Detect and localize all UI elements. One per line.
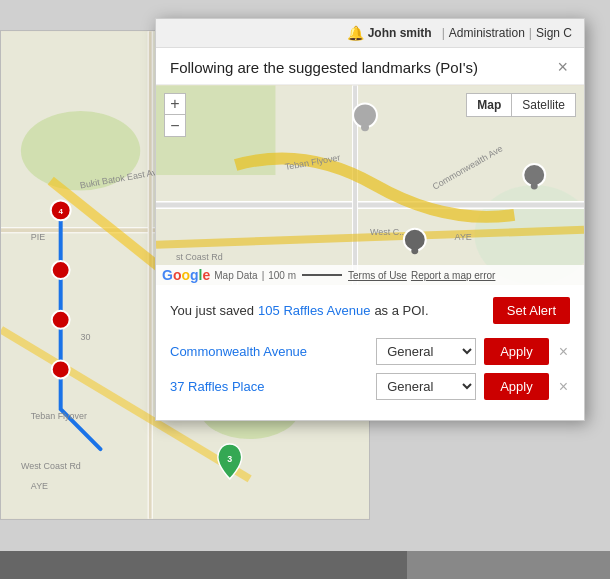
dialog-body: You just saved 105 Raffles Avenue as a P… (156, 285, 584, 420)
dialog-map: Commonwealth Ave Teban Flyover AYE st Co… (156, 85, 584, 285)
landmark-name-0: Commonwealth Avenue (170, 344, 368, 359)
svg-text:3: 3 (227, 454, 232, 464)
svg-text:PIE: PIE (31, 232, 45, 242)
save-text-suffix: as a POI. (374, 303, 428, 318)
landmark-close-button-0[interactable]: × (557, 343, 570, 361)
signout-link[interactable]: Sign C (536, 26, 572, 40)
svg-point-40 (411, 247, 418, 254)
bottom-bar-left (0, 551, 407, 579)
svg-text:AYE: AYE (31, 481, 48, 491)
svg-point-11 (52, 261, 70, 279)
satellite-view-button[interactable]: Satellite (512, 94, 575, 116)
svg-text:Teban Flyover: Teban Flyover (31, 411, 87, 421)
landmark-name-1: 37 Raffles Place (170, 379, 368, 394)
zoom-in-button[interactable]: + (164, 93, 186, 115)
dialog-close-button[interactable]: × (555, 58, 570, 76)
svg-text:West Coast Rd: West Coast Rd (21, 461, 81, 471)
svg-point-13 (52, 361, 70, 379)
dialog-title-row: Following are the suggested landmarks (P… (156, 48, 584, 85)
google-attribution-bar: Google Map Data | 100 m Terms of Use Rep… (156, 265, 584, 285)
landmark-row-0: Commonwealth Avenue General Work Home Ot… (170, 338, 570, 365)
map-satellite-toggle: Map Satellite (466, 93, 576, 117)
report-link[interactable]: Report a map error (411, 270, 495, 281)
admin-link[interactable]: Administration (449, 26, 525, 40)
save-notification: You just saved 105 Raffles Avenue as a P… (170, 297, 570, 324)
landmark-row-1: 37 Raffles Place General Work Home Other… (170, 373, 570, 400)
user-bell-icon: 🔔 (347, 25, 364, 41)
separator-1: | (442, 26, 445, 40)
map-data-label: Map Data (214, 270, 257, 281)
apply-button-1[interactable]: Apply (484, 373, 549, 400)
map-view-button[interactable]: Map (467, 94, 512, 116)
bottom-bar-right (407, 551, 610, 579)
username-label: John smith (368, 26, 432, 40)
landmark-close-button-1[interactable]: × (557, 378, 570, 396)
zoom-controls: + − (164, 93, 186, 137)
svg-point-36 (361, 123, 369, 131)
dialog-header: 🔔 John smith | Administration | Sign C (156, 19, 584, 48)
landmark-category-0[interactable]: General Work Home Other (376, 338, 476, 365)
apply-button-0[interactable]: Apply (484, 338, 549, 365)
set-alert-button[interactable]: Set Alert (493, 297, 570, 324)
terms-link[interactable]: Terms of Use (348, 270, 407, 281)
svg-text:4: 4 (58, 207, 63, 216)
scale-label: | (262, 270, 265, 281)
scale-value: 100 m (268, 270, 296, 281)
svg-text:st Coast Rd: st Coast Rd (176, 252, 223, 262)
zoom-out-button[interactable]: − (164, 115, 186, 137)
svg-text:30: 30 (81, 332, 91, 342)
bottom-bar (0, 551, 610, 579)
dialog-title: Following are the suggested landmarks (P… (170, 59, 478, 76)
svg-point-12 (52, 311, 70, 329)
svg-point-38 (531, 183, 538, 190)
svg-text:AYE: AYE (455, 232, 472, 242)
google-logo: Google (162, 267, 210, 283)
poi-dialog: 🔔 John smith | Administration | Sign C F… (155, 18, 585, 421)
saved-poi-name: 105 Raffles Avenue (258, 303, 370, 318)
separator-2: | (529, 26, 532, 40)
landmark-category-1[interactable]: General Work Home Other (376, 373, 476, 400)
scale-bar (302, 274, 342, 276)
svg-text:West C...: West C... (370, 227, 407, 237)
save-text-prefix: You just saved (170, 303, 254, 318)
